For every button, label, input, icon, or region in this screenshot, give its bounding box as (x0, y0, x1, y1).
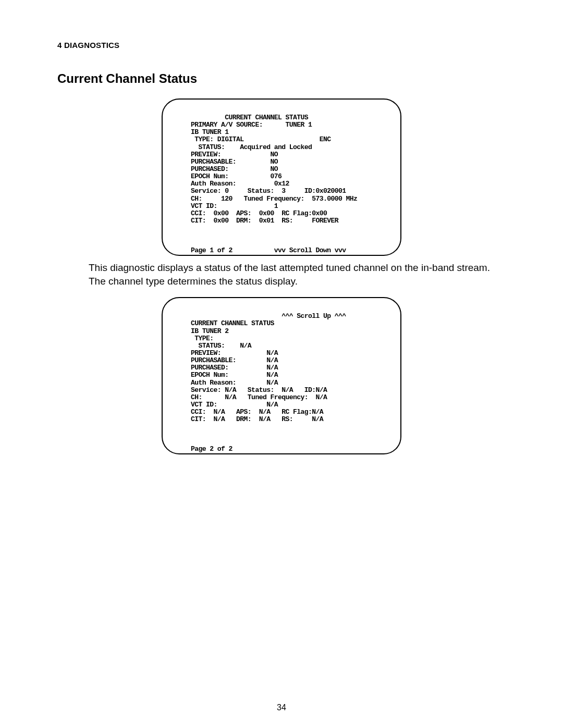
tv-screen-2: ^^^ Scroll Up ^^^ CURRENT CHANNEL STATUS… (162, 297, 401, 454)
s2-l12: VCT ID: N/A (191, 401, 278, 409)
s2-scrollup: ^^^ Scroll Up ^^^ (191, 312, 346, 320)
s1-l4: TYPE: DIGITAL ENC (191, 135, 331, 143)
s2-l10: Service: N/A Status: N/A ID:N/A (191, 386, 327, 394)
s1-l2: PRIMARY A/V SOURCE: TUNER 1 (191, 121, 312, 129)
s1-l3: IB TUNER 1 (191, 128, 229, 136)
s2-l8: EPOCH Num: N/A (191, 371, 278, 379)
s2-l2: IB TUNER 2 (191, 327, 229, 335)
s1-l11: Service: 0 Status: 3 ID:0x020001 (191, 187, 346, 195)
s1-l14: CCI: 0x00 APS: 0x00 RC Flag:0x00 (191, 209, 327, 217)
s1-l13: VCT ID: 1 (191, 202, 278, 210)
section-header: 4 DIAGNOSTICS (57, 41, 506, 50)
s2-l13: CCI: N/A APS: N/A RC Flag:N/A (191, 408, 323, 416)
s1-footer: Page 1 of 2 vvv Scroll Down vvv (191, 246, 346, 254)
tv-screen-1: CURRENT CHANNEL STATUS PRIMARY A/V SOURC… (162, 98, 401, 256)
s2-footer: Page 2 of 2 (191, 445, 232, 453)
s2-l14: CIT: N/A DRM: N/A RS: N/A (191, 415, 323, 423)
page-title: Current Channel Status (57, 71, 506, 86)
document-page: 4 DIAGNOSTICS Current Channel Status CUR… (0, 0, 563, 728)
s2-title: CURRENT CHANNEL STATUS (191, 319, 274, 327)
s1-l15: CIT: 0x00 DRM: 0x01 RS: FOREVER (191, 217, 338, 225)
s1-l9: EPOCH Num: 076 (191, 172, 282, 180)
s2-l11: CH: N/A Tuned Frequency: N/A (191, 393, 327, 401)
s2-l6: PURCHASABLE: N/A (191, 356, 278, 364)
s1-l12: CH: 120 Tuned Frequency: 573.0000 MHz (191, 195, 357, 203)
screen-2-content: ^^^ Scroll Up ^^^ CURRENT CHANNEL STATUS… (191, 313, 387, 453)
s1-l7: PURCHASABLE: NO (191, 158, 278, 166)
s2-l3: TYPE: (191, 335, 214, 342)
screen-2-wrap: ^^^ Scroll Up ^^^ CURRENT CHANNEL STATUS… (57, 297, 506, 454)
screen-1-wrap: CURRENT CHANNEL STATUS PRIMARY A/V SOURC… (57, 98, 506, 256)
s2-l5: PREVIEW: N/A (191, 349, 278, 357)
screen-1-content: CURRENT CHANNEL STATUS PRIMARY A/V SOURC… (191, 114, 387, 254)
page-number: 34 (0, 703, 563, 712)
s2-l4: STATUS: N/A (191, 342, 251, 350)
s1-title: CURRENT CHANNEL STATUS (191, 114, 308, 121)
s2-l9: Auth Reason: N/A (191, 379, 278, 387)
body-paragraph: This diagnostic displays a status of the… (89, 261, 495, 288)
s1-l6: PREVIEW: NO (191, 151, 278, 158)
s2-l7: PURCHASED: N/A (191, 364, 278, 372)
s1-l8: PURCHASED: NO (191, 165, 278, 173)
s1-l5: STATUS: Acquired and Locked (191, 143, 312, 151)
s1-l10: Auth Reason: 0x12 (191, 180, 289, 188)
